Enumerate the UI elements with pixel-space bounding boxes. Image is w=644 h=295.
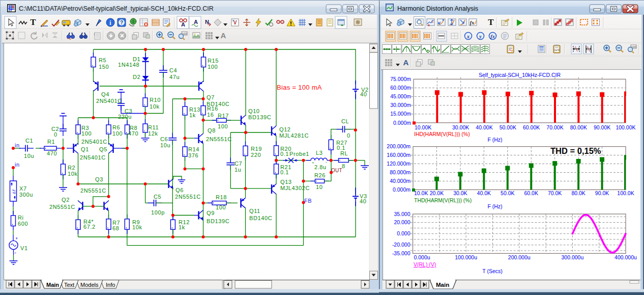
svg-text:R2: R2 [68,165,75,171]
svg-text:2N5551C: 2N5551C [206,136,232,142]
svg-text:R10: R10 [150,97,161,103]
svg-text:10u: 10u [24,153,34,159]
svg-text:0.000m: 0.000m [393,186,411,193]
svg-text:ΔT: ΔT [12,189,16,194]
svg-text:x: x [466,34,470,39]
svg-text:C6: C6 [160,136,168,142]
svg-text:C4: C4 [169,67,177,73]
svg-text:L3: L3 [316,150,323,156]
svg-text:60.0K: 60.0K [524,190,538,196]
svg-text:2N5401C: 2N5401C [96,98,122,104]
svg-text:20.0K: 20.0K [430,190,444,196]
svg-text:300.000u: 300.000u [561,254,583,260]
svg-text:CL: CL [341,118,349,124]
svg-text:A: A [194,19,198,25]
svg-text:+: + [15,236,18,241]
svg-text:Q3: Q3 [95,176,103,182]
svg-text:10u: 10u [160,142,170,148]
svg-text:30.000m: 30.000m [390,102,411,108]
svg-text:70.0K: 70.0K [548,190,562,196]
svg-text:R14: R14 [188,146,199,152]
svg-text:Q12: Q12 [279,126,291,132]
svg-text:100.00K: 100.00K [616,124,635,130]
svg-text:0.1: 0.1 [280,169,289,175]
svg-text:50.00K: 50.00K [500,124,516,130]
svg-text:16: 16 [207,112,214,118]
svg-text:12k: 12k [148,130,158,137]
svg-text:T (Secs): T (Secs) [482,268,502,274]
svg-text:220u: 220u [118,114,132,120]
svg-text:in: in [15,162,20,168]
svg-text:Q13: Q13 [280,179,292,185]
svg-text:R6: R6 [112,124,120,130]
svg-text:45.000m: 45.000m [390,93,411,99]
svg-text:10k: 10k [68,171,78,177]
svg-text:100: 100 [112,130,123,137]
svg-text:BD140C: BD140C [207,101,229,107]
svg-text:V: V [233,20,237,25]
svg-text:-: - [15,250,16,255]
svg-text:Q1: Q1 [81,146,89,152]
svg-text:T: T [488,17,494,27]
svg-text:123: 123 [554,48,560,51]
svg-text:80.0K: 80.0K [571,190,585,196]
svg-text:X7: X7 [19,185,27,192]
svg-text:2N5401C: 2N5401C [81,139,107,145]
svg-text:0.1: 0.1 [280,151,289,157]
svg-text:67.2: 67.2 [83,224,96,230]
svg-text:60.00K: 60.00K [523,124,540,130]
svg-text:R17: R17 [218,113,229,119]
svg-text:C5: C5 [154,194,161,200]
svg-text:Q11: Q11 [249,208,260,214]
svg-text:40.0K: 40.0K [477,190,491,196]
svg-text:100: 100 [81,130,92,137]
svg-text:70.00K: 70.00K [546,124,563,130]
svg-text:R18: R18 [216,194,227,200]
svg-text:F (Hz): F (Hz) [487,203,502,209]
svg-text:THD = 0,15%: THD = 0,15% [550,146,601,155]
svg-text:V(RL) (V): V(RL) (V) [414,261,436,267]
svg-text:100: 100 [216,204,226,210]
svg-text:0: 0 [54,131,57,138]
svg-text:15.000m: 15.000m [390,111,411,117]
svg-text:100: 100 [218,123,228,129]
svg-text:Q8: Q8 [208,127,216,133]
svg-text:2N5401C: 2N5401C [80,154,106,160]
svg-text:Bias = 100 mA: Bias = 100 mA [277,84,322,91]
svg-text:2N5551C: 2N5551C [80,187,106,194]
svg-text:-35.000: -35.000 [392,250,411,256]
svg-text:-: - [326,159,327,165]
svg-text:100p: 100p [151,209,165,216]
svg-text:MJL4302C: MJL4302C [280,185,310,191]
svg-text:A: A [181,21,185,28]
svg-text:Main: Main [46,282,59,288]
svg-text:150: 150 [99,64,109,70]
svg-text:?: ? [120,20,123,25]
svg-text:Q9: Q9 [207,210,215,216]
svg-text:R26: R26 [314,172,326,178]
svg-text:Q10: Q10 [248,108,260,114]
svg-text:40: 40 [360,198,366,204]
svg-text:Main: Main [436,282,449,288]
svg-text:T: T [30,17,36,27]
svg-text:10: 10 [316,184,323,190]
svg-text:30.00K: 30.00K [452,124,469,130]
svg-text:470: 470 [128,130,138,137]
svg-text:FB: FB [304,198,312,204]
svg-text:Q2: Q2 [62,197,70,203]
svg-text:220: 220 [251,152,261,158]
svg-text:30.0K: 30.0K [453,190,467,196]
svg-text:68: 68 [112,225,119,231]
svg-text:100.0K: 100.0K [617,190,634,196]
svg-text:R19: R19 [251,146,262,152]
svg-text:0.000u: 0.000u [414,254,430,260]
svg-text:Q6: Q6 [175,187,184,193]
svg-text:Harmonic Distortion Analysis: Harmonic Distortion Analysis [397,5,478,12]
svg-text:0: 0 [347,132,350,139]
svg-text:Q4: Q4 [101,91,109,97]
svg-text:40.000m: 40.000m [390,178,411,184]
svg-text:BD139C: BD139C [248,114,271,120]
svg-text:47u: 47u [169,74,180,80]
svg-text:BD140C: BD140C [249,215,272,221]
svg-text:RL: RL [340,150,348,156]
